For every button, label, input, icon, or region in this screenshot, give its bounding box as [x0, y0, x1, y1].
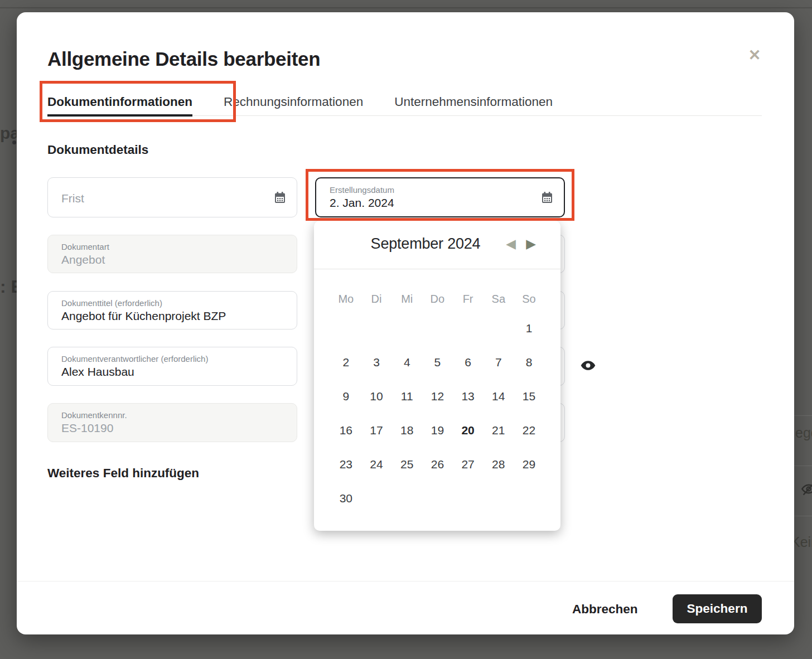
calendar-day-empty — [392, 481, 422, 515]
calendar-weekday: Mo — [331, 287, 361, 311]
frist-input[interactable] — [61, 191, 268, 206]
close-icon[interactable]: ✕ — [743, 43, 766, 67]
field-label: Dokumentkennnr. — [61, 410, 268, 420]
add-field-button[interactable]: Weiteres Feld hinzufügen — [47, 466, 199, 481]
calendar-day[interactable]: 8 — [514, 345, 544, 379]
dokumenttitel-field[interactable]: Dokumenttitel (erforderlich) — [47, 291, 297, 330]
background-row-divider — [794, 516, 812, 516]
background-bullet — [12, 140, 16, 144]
calendar-day[interactable]: 11 — [392, 379, 422, 413]
background-row-divider — [794, 466, 812, 466]
calendar-day-empty — [483, 311, 514, 345]
tab-unternehmensinformationen[interactable]: Unternehmensinformationen — [394, 85, 553, 116]
footer-divider — [17, 581, 794, 582]
calendar-weekday: So — [514, 287, 544, 311]
calendar-day[interactable]: 12 — [422, 379, 453, 413]
erstellungsdatum-input[interactable] — [330, 195, 535, 211]
calendar-day[interactable]: 20 — [453, 413, 484, 447]
calendar-day[interactable]: 9 — [331, 379, 361, 413]
calendar-day[interactable]: 21 — [483, 413, 514, 447]
save-button[interactable]: Speichern — [673, 594, 762, 623]
field-label: Dokumentart — [61, 241, 268, 252]
calendar-day[interactable]: 4 — [392, 345, 422, 379]
calendar-day-empty — [514, 481, 544, 515]
background-row-divider — [794, 415, 812, 416]
calendar-weekday: Mi — [392, 287, 422, 311]
calendar-day[interactable]: 13 — [453, 379, 484, 413]
calendar-day[interactable]: 22 — [514, 413, 544, 447]
calendar-day-empty — [361, 481, 392, 515]
calendar-day[interactable]: 23 — [331, 447, 361, 481]
calendar-day[interactable]: 16 — [331, 413, 361, 447]
calendar-day[interactable]: 10 — [361, 379, 392, 413]
eye-slash-icon — [801, 482, 812, 498]
datepicker-header: September 2024 ◀ ▶ — [314, 221, 560, 269]
calendar-weekday: Sa — [483, 287, 514, 311]
field-value: ES-10190 — [61, 420, 268, 436]
calendar-day[interactable]: 30 — [331, 481, 361, 515]
calendar-day[interactable]: 2 — [331, 345, 361, 379]
next-month-icon[interactable]: ▶ — [521, 234, 540, 253]
calendar-day[interactable]: 5 — [422, 345, 453, 379]
calendar-day[interactable]: 7 — [483, 345, 514, 379]
edit-details-modal: Allgemeine Details bearbeiten ✕ Dokument… — [17, 12, 794, 634]
background-text-fragment: ego — [795, 425, 812, 441]
calendar-day-empty — [483, 481, 514, 515]
calendar-day[interactable]: 1 — [514, 311, 544, 345]
calendar-icon[interactable] — [272, 190, 288, 205]
calendar-day[interactable]: 19 — [422, 413, 453, 447]
calendar-day-empty — [453, 481, 484, 515]
calendar-day-empty — [453, 311, 484, 345]
calendar-day[interactable]: 17 — [361, 413, 392, 447]
calendar-weekday: Do — [422, 287, 453, 311]
eye-icon[interactable] — [579, 359, 597, 374]
calendar-day[interactable]: 28 — [483, 447, 514, 481]
datepicker-grid: MoDiMiDoFrSaSo12345678910111213141516171… — [331, 287, 544, 515]
calendar-day-empty — [392, 311, 422, 345]
field-label: Dokumenttitel (erforderlich) — [61, 298, 268, 308]
calendar-icon[interactable] — [539, 190, 555, 205]
erstellungsdatum-field[interactable]: Erstellungsdatum — [315, 177, 565, 217]
calendar-day[interactable]: 18 — [392, 413, 422, 447]
datepicker-popup: September 2024 ◀ ▶ MoDiMiDoFrSaSo1234567… — [314, 221, 560, 531]
tab-rechnungsinformationen[interactable]: Rechnungsinformationen — [224, 85, 363, 116]
cancel-button[interactable]: Abbrechen — [562, 595, 648, 623]
dokumenttitel-input[interactable] — [61, 308, 268, 324]
background-divider — [0, 7, 812, 8]
calendar-day[interactable]: 14 — [483, 379, 514, 413]
calendar-day[interactable]: 26 — [422, 447, 453, 481]
field-label: Erstellungsdatum — [330, 185, 535, 195]
field-value: Angebot — [61, 252, 268, 268]
dokumentkennnr-field: Dokumentkennnr. ES-10190 — [47, 403, 297, 442]
calendar-weekday: Di — [361, 287, 392, 311]
frist-field[interactable] — [47, 177, 297, 217]
calendar-day[interactable]: 25 — [392, 447, 422, 481]
previous-month-icon[interactable]: ◀ — [501, 234, 520, 253]
dokumentverantwortlicher-field[interactable]: Dokumentverantwortlicher (erforderlich) — [47, 347, 297, 386]
calendar-weekday: Fr — [453, 287, 484, 311]
field-label: Dokumentverantwortlicher (erforderlich) — [61, 353, 268, 364]
calendar-day[interactable]: 3 — [361, 345, 392, 379]
calendar-day-empty — [422, 481, 453, 515]
calendar-day[interactable]: 15 — [514, 379, 544, 413]
calendar-day[interactable]: 24 — [361, 447, 392, 481]
tab-dokumentinformationen[interactable]: Dokumentinformationen — [47, 85, 192, 116]
calendar-day-empty — [331, 311, 361, 345]
calendar-day[interactable]: 27 — [453, 447, 484, 481]
modal-title: Allgemeine Details bearbeiten — [47, 48, 320, 70]
dokumentart-field: Dokumentart Angebot — [47, 235, 297, 273]
calendar-day-empty — [422, 311, 453, 345]
section-heading: Dokumentdetails — [47, 143, 148, 157]
modal-tabs: Dokumentinformationen Rechnungsinformati… — [47, 85, 762, 116]
calendar-day-empty — [361, 311, 392, 345]
dokumentverantwortlicher-input[interactable] — [61, 364, 268, 380]
calendar-day[interactable]: 6 — [453, 345, 484, 379]
calendar-day[interactable]: 29 — [514, 447, 544, 481]
